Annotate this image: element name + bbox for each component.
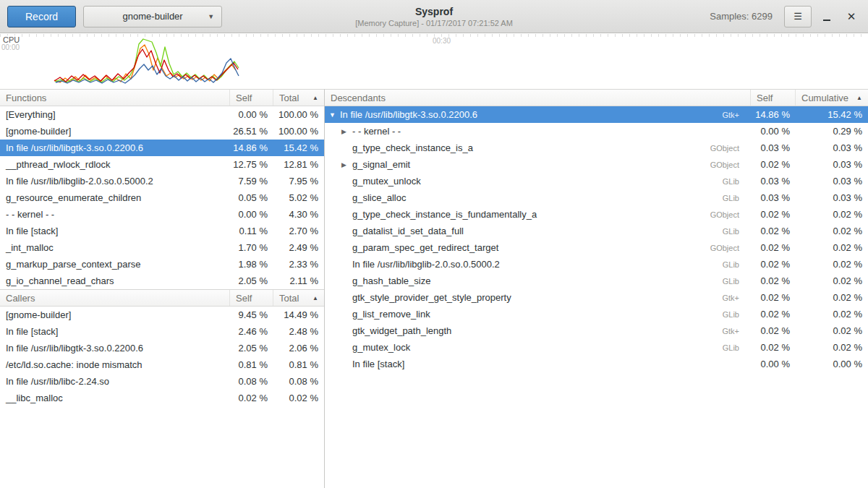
hamburger-icon: ☰ bbox=[793, 11, 802, 22]
descendant-label: g_hash_table_size bbox=[352, 275, 430, 286]
descendant-row[interactable]: g_type_check_instance_is_fundamentally_a… bbox=[325, 206, 868, 223]
cell-cumulative-percent: 0.03 % bbox=[796, 176, 868, 187]
library-badge: GLib bbox=[715, 260, 745, 269]
descendant-row[interactable]: ▶g_signal_emitGObject0.02 %0.03 % bbox=[325, 156, 868, 173]
column-header-self[interactable]: Self bbox=[230, 90, 273, 106]
function-row[interactable]: - - kernel - -0.00 %4.30 % bbox=[0, 206, 324, 223]
cell-self-percent: 0.02 % bbox=[751, 325, 796, 336]
cell-cumulative-percent: 0.29 % bbox=[796, 126, 868, 137]
library-badge: GLib bbox=[715, 343, 745, 352]
descendant-row[interactable]: gtk_style_provider_get_style_propertyGtk… bbox=[325, 289, 868, 306]
descendant-label: In file [stack] bbox=[352, 359, 404, 369]
descendant-label: gtk_style_provider_get_style_property bbox=[352, 292, 511, 303]
function-row[interactable]: g_resource_enumerate_children0.05 %5.02 … bbox=[0, 189, 324, 206]
descendant-row[interactable]: g_param_spec_get_redirect_targetGObject0… bbox=[325, 239, 868, 256]
descendant-row[interactable]: ▼In file /usr/lib/libgtk-3.so.0.2200.6Gt… bbox=[325, 106, 868, 123]
cell-function-name: [gnome-builder] bbox=[0, 309, 230, 320]
expand-expander-icon[interactable]: ▶ bbox=[341, 161, 352, 168]
descendant-row[interactable]: g_hash_table_sizeGLib0.02 %0.02 % bbox=[325, 273, 868, 289]
cell-self-percent: 0.03 % bbox=[751, 142, 796, 153]
cell-total-percent: 2.11 % bbox=[273, 275, 324, 286]
caller-row[interactable]: __libc_malloc0.02 %0.02 % bbox=[0, 390, 324, 406]
cell-function-name: [gnome-builder] bbox=[0, 126, 230, 137]
sort-indicator-icon: ▲ bbox=[312, 95, 318, 101]
column-header-callers[interactable]: Callers bbox=[0, 290, 230, 306]
caller-row[interactable]: In file /usr/lib/libgtk-3.so.0.2200.62.0… bbox=[0, 340, 324, 356]
descendant-row[interactable]: In file /usr/lib/libglib-2.0.so.0.5000.2… bbox=[325, 256, 868, 273]
descendant-row[interactable]: In file [stack]0.00 %0.00 % bbox=[325, 356, 868, 372]
column-header-total[interactable]: Total ▲ bbox=[273, 90, 324, 106]
right-pane: Descendants Self Cumulative ▲ ▼In file /… bbox=[325, 89, 868, 488]
column-header-total[interactable]: Total ▲ bbox=[273, 290, 324, 306]
cell-total-percent: 2.49 % bbox=[273, 242, 324, 253]
library-badge: GLib bbox=[715, 277, 745, 286]
cell-cumulative-percent: 0.02 % bbox=[796, 309, 868, 320]
cell-descendant-name: g_datalist_id_set_data_fullGLib bbox=[325, 226, 751, 236]
function-row[interactable]: __pthread_rwlock_rdlock12.75 %12.81 % bbox=[0, 156, 324, 173]
function-row[interactable]: In file /usr/lib/libglib-2.0.so.0.5000.2… bbox=[0, 173, 324, 189]
descendant-label: g_mutex_unlock bbox=[352, 176, 421, 187]
column-header-cumulative[interactable]: Cumulative ▲ bbox=[796, 90, 868, 106]
close-icon: ✕ bbox=[847, 10, 856, 23]
process-selector-value: gnome-builder bbox=[123, 11, 183, 22]
cell-total-percent: 100.00 % bbox=[273, 126, 324, 137]
column-header-functions[interactable]: Functions bbox=[0, 90, 230, 106]
descendant-row[interactable]: gtk_widget_path_lengthGtk+0.02 %0.02 % bbox=[325, 322, 868, 339]
close-button[interactable]: ✕ bbox=[842, 7, 861, 26]
minimize-icon bbox=[823, 20, 830, 21]
column-header-descendants[interactable]: Descendants bbox=[325, 90, 751, 106]
cell-function-name: In file /usr/lib/libglib-2.0.so.0.5000.2 bbox=[0, 176, 230, 187]
minimize-button[interactable] bbox=[817, 7, 836, 26]
cell-descendant-name: In file /usr/lib/libglib-2.0.so.0.5000.2… bbox=[325, 259, 751, 270]
descendant-row[interactable]: g_list_remove_linkGLib0.02 %0.02 % bbox=[325, 306, 868, 322]
caller-row[interactable]: /etc/ld.so.cache: inode mismatch0.81 %0.… bbox=[0, 356, 324, 373]
cell-function-name: g_io_channel_read_chars bbox=[0, 275, 230, 286]
descendant-row[interactable]: ▶- - kernel - -0.00 %0.29 % bbox=[325, 123, 868, 140]
cell-self-percent: 0.02 % bbox=[751, 275, 796, 286]
process-selector[interactable]: gnome-builder ▼ bbox=[83, 6, 222, 27]
function-row[interactable]: In file /usr/lib/libgtk-3.so.0.2200.614.… bbox=[0, 140, 324, 156]
menu-button[interactable]: ☰ bbox=[784, 6, 812, 27]
column-header-self[interactable]: Self bbox=[230, 290, 273, 306]
cell-descendant-name: ▼In file /usr/lib/libgtk-3.so.0.2200.6Gt… bbox=[325, 109, 751, 120]
cell-total-percent: 4.30 % bbox=[273, 209, 324, 220]
callers-table-header: Callers Self Total ▲ bbox=[0, 289, 324, 307]
right-pane-filler bbox=[325, 372, 868, 488]
record-button[interactable]: Record bbox=[7, 6, 76, 27]
function-row[interactable]: g_markup_parse_context_parse1.98 %2.33 % bbox=[0, 256, 324, 273]
cell-self-percent: 26.51 % bbox=[230, 126, 273, 137]
caller-row[interactable]: [gnome-builder]9.45 %14.49 % bbox=[0, 307, 324, 323]
cpu-timeline-graph[interactable]: CPU 00:00 00:30 bbox=[0, 34, 868, 89]
descendant-row[interactable]: g_mutex_unlockGLib0.03 %0.03 % bbox=[325, 173, 868, 189]
cell-function-name: In file /usr/lib/libgtk-3.so.0.2200.6 bbox=[0, 343, 230, 354]
cell-total-percent: 100.00 % bbox=[273, 109, 324, 120]
timeline-tick-start: 00:00 bbox=[1, 43, 20, 51]
page-subtitle: [Memory Capture] - 01/17/2017 07:21:52 A… bbox=[355, 19, 513, 27]
descendant-row[interactable]: g_mutex_lockGLib0.02 %0.02 % bbox=[325, 339, 868, 356]
function-row[interactable]: g_io_channel_read_chars2.05 %2.11 % bbox=[0, 273, 324, 289]
descendant-row[interactable]: g_type_check_instance_is_aGObject0.03 %0… bbox=[325, 140, 868, 156]
cell-cumulative-percent: 0.02 % bbox=[796, 209, 868, 220]
cell-total-percent: 0.81 % bbox=[273, 359, 324, 370]
collapse-expander-icon[interactable]: ▼ bbox=[329, 111, 340, 119]
cell-self-percent: 14.86 % bbox=[230, 142, 273, 153]
descendant-label: g_type_check_instance_is_a bbox=[352, 142, 473, 153]
function-row[interactable]: [gnome-builder]26.51 %100.00 % bbox=[0, 123, 324, 140]
column-header-self[interactable]: Self bbox=[751, 90, 796, 106]
cell-descendant-name: In file [stack] bbox=[325, 359, 751, 369]
caller-row[interactable]: In file [stack]2.46 %2.48 % bbox=[0, 323, 324, 340]
function-row[interactable]: _int_malloc1.70 %2.49 % bbox=[0, 239, 324, 256]
descendant-row[interactable]: g_datalist_id_set_data_fullGLib0.02 %0.0… bbox=[325, 223, 868, 239]
descendant-row[interactable]: g_slice_allocGLib0.03 %0.03 % bbox=[325, 189, 868, 206]
cell-cumulative-percent: 0.03 % bbox=[796, 142, 868, 153]
cell-cumulative-percent: 0.02 % bbox=[796, 342, 868, 353]
function-row[interactable]: [Everything]0.00 %100.00 % bbox=[0, 106, 324, 123]
library-badge: Gtk+ bbox=[715, 111, 745, 119]
caller-row[interactable]: In file /usr/lib/libc-2.24.so0.08 %0.08 … bbox=[0, 373, 324, 390]
cell-self-percent: 0.05 % bbox=[230, 192, 273, 203]
function-row[interactable]: In file [stack]0.11 %2.70 % bbox=[0, 223, 324, 239]
cell-function-name: g_markup_parse_context_parse bbox=[0, 259, 230, 270]
expand-expander-icon[interactable]: ▶ bbox=[341, 128, 352, 135]
cell-descendant-name: g_hash_table_sizeGLib bbox=[325, 275, 751, 286]
cell-self-percent: 7.59 % bbox=[230, 176, 273, 187]
